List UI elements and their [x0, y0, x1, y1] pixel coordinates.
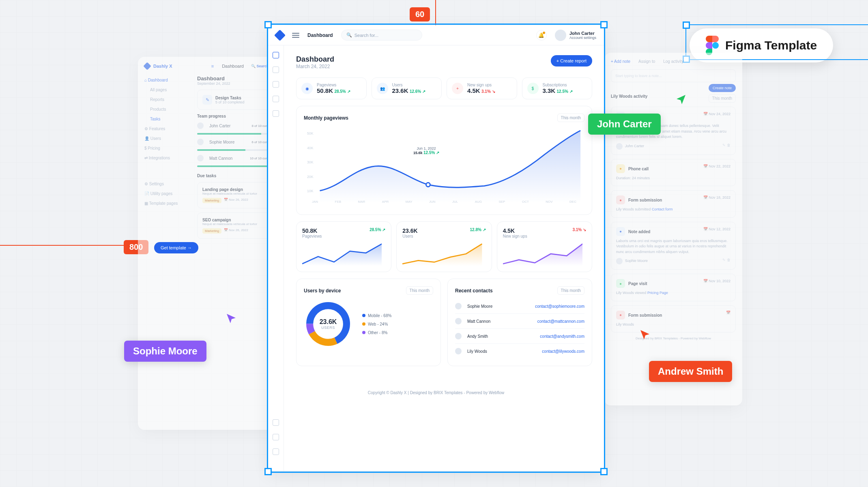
avatar	[555, 30, 566, 41]
stat-pageviews[interactable]: ◉ Pageviews50.8K 28.5% ↗	[296, 77, 367, 99]
brand: Dashly X	[153, 64, 172, 69]
breadcrumb: Dashboard	[307, 32, 333, 38]
users-by-device-card: Users by device This month 23.6K U	[296, 279, 441, 366]
monthly-chart-selector[interactable]: This month	[557, 114, 584, 122]
create-report-button[interactable]: + Create report	[551, 55, 592, 67]
activity-item[interactable]: ●Form submission 📅 Nov 18, 2022 Lily Woo…	[611, 190, 736, 218]
footer: Copyright © Dashly X | Designed by BRIX …	[268, 382, 604, 403]
user-menu[interactable]: John Carter Account settings	[555, 30, 596, 41]
design-tasks-card[interactable]: ✎ Design Tasks 5 of 10 completed	[197, 90, 277, 110]
due-task[interactable]: SEO campaign Neque at malesuada vehicula…	[197, 212, 277, 239]
monthly-chart-title: Monthly pageviews	[304, 115, 348, 121]
activity-item[interactable]: ●Phone call 📅 Nov 22, 2022 Duration: 24 …	[611, 159, 736, 187]
dollar-icon: $	[527, 83, 539, 94]
lp-date: September 24, 2022	[197, 82, 277, 86]
team-row: John Carter8 of 10 completed	[197, 122, 277, 129]
rail-user-icon[interactable]	[273, 81, 279, 88]
note-input[interactable]: Start typing to leave a note...	[611, 69, 736, 82]
stat-subs[interactable]: $ Subscriptions3.3K 12.5% ↗	[522, 77, 593, 99]
lp-title: Dashboard	[197, 75, 277, 82]
svg-point-6	[426, 183, 430, 187]
rail-target-icon[interactable]	[273, 110, 279, 117]
rail-dollar-icon[interactable]	[273, 96, 279, 102]
menu-icon[interactable]	[292, 33, 299, 38]
activity-title: Lily Woods activity	[611, 94, 647, 103]
rp-footer: Designed by BRIX Templates - Powered by …	[611, 337, 736, 340]
due-tasks-title: Due tasks	[197, 174, 277, 178]
chart-tooltip-date: Jun 1, 2022	[413, 146, 439, 150]
cursor-andrew: Andrew Smith	[649, 361, 732, 382]
guide-vertical	[435, 0, 436, 25]
cursor-john: John Carter	[588, 114, 661, 135]
mini-card-new-sign-ups[interactable]: 4.5KNew sign ups 3.1% ↘	[497, 221, 592, 272]
rp-tabs[interactable]: + Add note Assign to Log activity	[611, 59, 736, 64]
contact-row[interactable]: Andy Smith contact@andysmith.com	[455, 329, 584, 344]
contact-row[interactable]: Sophie Moore contact@sophiemoore.com	[455, 299, 584, 314]
mini-card-pageviews[interactable]: 50.8KPageviews 28.5% ↗	[296, 221, 391, 272]
mini-card-users[interactable]: 23.6KUsers 12.8% ↗	[396, 221, 492, 272]
main-dashboard: Dashboard 🔍 Search for... 🔔 John Carter …	[268, 25, 604, 471]
contact-row[interactable]: Matt Cannon contact@mattcannon.com	[455, 314, 584, 329]
search-input[interactable]: 🔍 Search for...	[341, 30, 422, 41]
stat-users[interactable]: 👥 Users23.6K 12.6% ↗	[372, 77, 442, 99]
figma-template-label: Figma Template	[725, 39, 817, 52]
users-icon: 👥	[377, 83, 388, 94]
cursor-andrew-icon	[639, 328, 651, 341]
svg-text:20K: 20K	[307, 175, 314, 179]
svg-point-0	[712, 42, 719, 49]
guide-horizontal	[0, 245, 138, 246]
notifications-icon[interactable]: 🔔	[536, 30, 547, 41]
team-progress-title: Team progress	[197, 114, 277, 118]
rail-pencil-icon[interactable]	[273, 434, 279, 440]
recent-contacts-card: Recent contacts This month Sophie Moore …	[447, 279, 592, 366]
lp-breadcrumb: Dashboard	[222, 64, 244, 69]
figma-logo-icon	[706, 36, 719, 55]
measure-top: 60	[410, 7, 430, 21]
app-logo-icon[interactable]	[274, 29, 286, 41]
stat-signups[interactable]: ＋ New sign ups4.5K 3.1% ↘	[447, 77, 517, 99]
svg-text:50K: 50K	[307, 131, 314, 135]
rail-star-icon[interactable]	[273, 67, 279, 73]
user-name: John Carter	[569, 31, 596, 36]
donut-legend: Mobile - 68% Web - 24% Other - 8%	[362, 313, 391, 335]
plus-icon: ＋	[452, 83, 463, 94]
due-task[interactable]: Landing page design Neque at malesuada v…	[197, 182, 277, 208]
donut-chart: 23.6K USERS	[304, 300, 352, 348]
contact-row[interactable]: Lily Woods contact@lilywoods.com	[455, 344, 584, 358]
svg-text:40K: 40K	[307, 146, 314, 150]
eye-icon: ◉	[301, 83, 313, 94]
search-icon: 🔍	[346, 32, 352, 38]
svg-text:30K: 30K	[307, 160, 314, 164]
rail-home-icon[interactable]	[273, 52, 279, 58]
cursor-john-icon	[675, 93, 687, 105]
rail-settings-icon[interactable]	[273, 419, 279, 426]
activity-item[interactable]: ●Form submission 📅 Lily Woods	[611, 305, 736, 333]
sidebar-rail[interactable]	[268, 45, 284, 471]
monthly-pageviews-card: Monthly pageviews This month 50K 40K 30K…	[296, 106, 592, 215]
page-title: Dashboard	[296, 55, 334, 64]
lp-sidebar[interactable]: ⌂ Dashboard All pages Reports Products T…	[144, 75, 189, 243]
monthly-chart: 50K 40K 30K 20K 10K Jun 1, 2022 15.6k 12…	[304, 126, 584, 207]
page-date: March 24, 2022	[296, 64, 334, 69]
activity-selector[interactable]: This month	[709, 94, 736, 103]
right-panel: + Add note Assign to Log activity Start …	[604, 53, 742, 405]
device-selector[interactable]: This month	[406, 286, 433, 295]
activity-item[interactable]: ●Page visit 📅 Nov 10, 2022 Lily Woods vi…	[611, 274, 736, 301]
contacts-selector[interactable]: This month	[557, 286, 584, 295]
svg-text:10K: 10K	[307, 189, 314, 193]
user-subtitle: Account settings	[569, 36, 596, 40]
search-placeholder: Search for...	[355, 33, 378, 38]
rail-grid-icon[interactable]	[273, 448, 279, 455]
topbar: Dashboard 🔍 Search for... 🔔 John Carter …	[268, 25, 604, 45]
create-note-btn[interactable]: Create note	[709, 84, 736, 92]
cursor-sophie-icon	[225, 312, 237, 324]
get-template-button[interactable]: Get template →	[154, 242, 198, 253]
activity-item[interactable]: ●Note added 📅 Nov 12, 2022 Laboris urna …	[611, 222, 736, 270]
cursor-sophie: Sophie Moore	[124, 341, 206, 362]
